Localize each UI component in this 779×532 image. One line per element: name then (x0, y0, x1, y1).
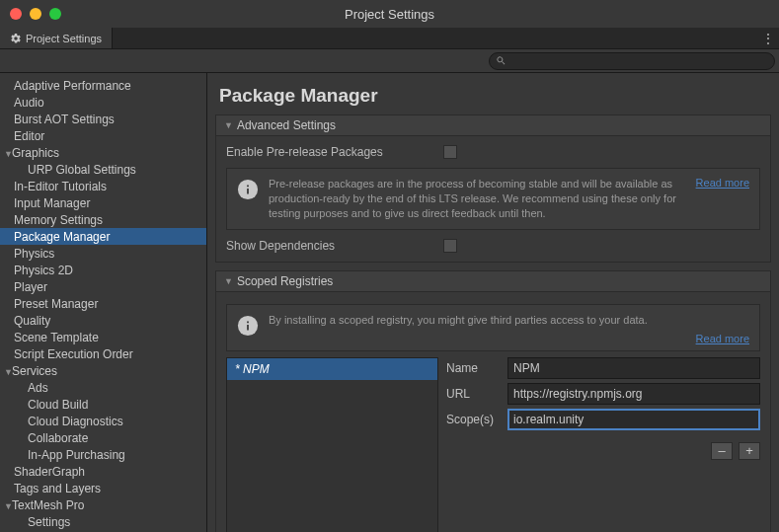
search-bar (0, 49, 779, 73)
info-text: Pre-release packages are in the process … (269, 177, 686, 221)
window-title: Project Settings (345, 7, 434, 22)
sidebar-item[interactable]: Burst AOT Settings (0, 111, 206, 127)
sidebar-item[interactable]: Input Manager (0, 194, 206, 211)
sidebar-item-label: Preset Manager (14, 297, 98, 311)
sidebar-item-label: ShaderGraph (14, 465, 85, 479)
sidebar-item-label: Burst AOT Settings (14, 113, 115, 126)
add-scope-button[interactable]: + (739, 442, 760, 460)
page-title: Package Manager (219, 85, 771, 107)
sidebar-item[interactable]: ▼TextMesh Pro (0, 496, 206, 513)
sidebar-item-label: Adaptive Performance (14, 79, 131, 93)
sidebar-item[interactable]: Quality (0, 312, 206, 329)
tab-bar: Project Settings ⋮ (0, 28, 779, 49)
registry-list: * NPM – + (226, 357, 438, 532)
registry-list-item[interactable]: * NPM (227, 358, 437, 380)
sidebar-item[interactable]: Adaptive Performance (0, 77, 206, 94)
sidebar-item[interactable]: Cloud Diagnostics (0, 413, 206, 429)
settings-sidebar: Adaptive PerformanceAudioBurst AOT Setti… (0, 73, 207, 532)
sidebar-item[interactable]: In-Editor Tutorials (0, 178, 206, 194)
sidebar-item-label: Collaborate (28, 431, 88, 445)
foldout-arrow-icon: ▼ (224, 120, 233, 130)
search-icon (496, 55, 506, 66)
url-input[interactable] (507, 383, 760, 405)
sidebar-item-label: Graphics (12, 146, 59, 160)
sidebar-item-label: Audio (14, 96, 44, 110)
gear-icon (10, 33, 22, 44)
sidebar-item[interactable]: Physics (0, 245, 206, 262)
sidebar-item-label: Script Execution Order (14, 347, 133, 361)
sidebar-item[interactable]: Package Manager (0, 228, 206, 245)
sidebar-item[interactable]: Memory Settings (0, 211, 206, 228)
titlebar: Project Settings (0, 0, 779, 28)
sidebar-item-label: Editor (14, 129, 44, 143)
sidebar-item-label: Tags and Layers (14, 482, 101, 495)
advanced-settings-header[interactable]: ▼ Advanced Settings (215, 114, 771, 136)
window-controls (10, 8, 61, 20)
name-input[interactable] (507, 357, 760, 379)
sidebar-item[interactable]: Audio (0, 94, 206, 111)
sidebar-item-label: Settings (28, 515, 70, 529)
sidebar-item[interactable]: Settings (0, 513, 206, 530)
pre-release-checkbox[interactable] (443, 145, 457, 159)
sidebar-item-label: Cloud Build (28, 398, 88, 412)
info-icon (237, 315, 259, 337)
sidebar-item[interactable]: In-App Purchasing (0, 446, 206, 463)
sidebar-item-label: Memory Settings (14, 213, 103, 227)
sidebar-item[interactable]: Physics 2D (0, 262, 206, 278)
read-more-link[interactable]: Read more (696, 333, 749, 344)
sidebar-item[interactable]: ▼Graphics (0, 144, 206, 161)
sidebar-item[interactable]: Cloud Build (0, 396, 206, 413)
sidebar-item[interactable]: Tags and Layers (0, 480, 206, 496)
scoped-warning-box: By installing a scoped registry, you mig… (226, 304, 760, 351)
sidebar-item-label: Input Manager (14, 196, 90, 210)
tab-project-settings[interactable]: Project Settings (0, 28, 113, 48)
maximize-window-button[interactable] (49, 8, 61, 20)
search-input[interactable] (510, 55, 768, 67)
name-label: Name (446, 361, 507, 375)
sidebar-item-label: In-App Purchasing (28, 448, 125, 462)
sidebar-item-label: Cloud Diagnostics (28, 415, 123, 428)
main-panel: Package Manager ▼ Advanced Settings Enab… (207, 73, 779, 532)
scope-input[interactable] (507, 409, 760, 430)
sidebar-item-label: Services (12, 364, 57, 378)
chevron-down-icon: ▼ (4, 149, 12, 159)
foldout-arrow-icon: ▼ (224, 276, 233, 286)
show-deps-checkbox[interactable] (443, 239, 457, 253)
sidebar-item-label: Physics (14, 247, 54, 261)
sidebar-item-label: In-Editor Tutorials (14, 180, 107, 193)
tab-menu-button[interactable]: ⋮ (757, 28, 779, 48)
sidebar-item-label: Physics 2D (14, 264, 73, 277)
scoped-registries-header[interactable]: ▼ Scoped Registries (215, 270, 771, 292)
warning-text: By installing a scoped registry, you mig… (269, 313, 749, 328)
sidebar-item[interactable]: Script Execution Order (0, 345, 206, 362)
pre-release-label: Enable Pre-release Packages (226, 145, 443, 159)
sidebar-item-label: Scene Template (14, 331, 99, 344)
scoped-registries-body: By installing a scoped registry, you mig… (215, 292, 771, 532)
sidebar-item[interactable]: ▼Services (0, 362, 206, 379)
minimize-window-button[interactable] (30, 8, 41, 20)
sidebar-item[interactable]: Scene Template (0, 329, 206, 345)
chevron-down-icon: ▼ (4, 367, 12, 377)
close-window-button[interactable] (10, 8, 22, 20)
sidebar-item[interactable]: ShaderGraph (0, 463, 206, 480)
sidebar-item[interactable]: Collaborate (0, 429, 206, 446)
sidebar-item[interactable]: Ads (0, 379, 206, 396)
sidebar-item[interactable]: Editor (0, 127, 206, 144)
tab-label: Project Settings (26, 33, 102, 44)
sidebar-item-label: TextMesh Pro (12, 498, 84, 512)
sidebar-item-label: Ads (28, 381, 48, 395)
sidebar-item-label: Quality (14, 314, 50, 328)
pre-release-info-box: Pre-release packages are in the process … (226, 168, 760, 230)
sidebar-item[interactable]: Preset Manager (0, 295, 206, 312)
sidebar-item-label: URP Global Settings (28, 163, 136, 177)
info-icon (237, 179, 259, 200)
registry-form: Name URL Scope(s) – + (446, 357, 760, 532)
sidebar-item[interactable]: URP Global Settings (0, 161, 206, 178)
advanced-settings-body: Enable Pre-release Packages Pre-release … (215, 136, 771, 263)
show-deps-label: Show Dependencies (226, 239, 443, 253)
search-field-wrap[interactable] (489, 52, 775, 70)
read-more-link[interactable]: Read more (696, 177, 749, 189)
remove-scope-button[interactable]: – (711, 442, 733, 460)
sidebar-item[interactable]: Player (0, 278, 206, 295)
sidebar-item-label: Package Manager (14, 230, 110, 244)
